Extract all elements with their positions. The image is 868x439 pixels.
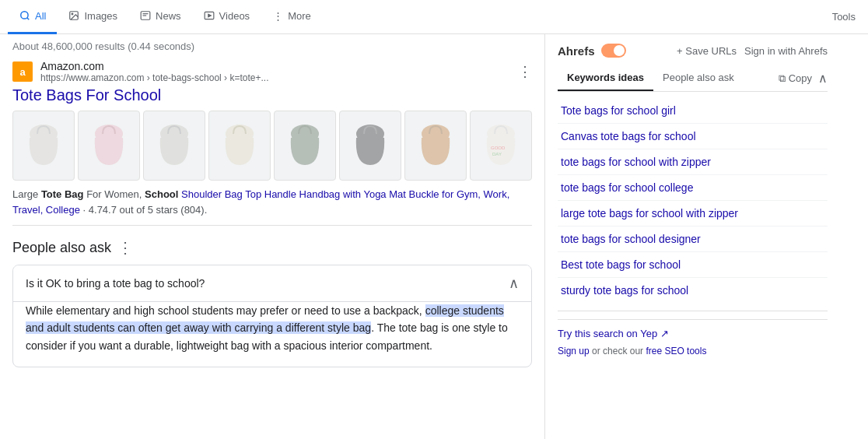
paa-chevron-icon: ∧ [509,275,519,292]
nav-images[interactable]: Images [57,0,128,34]
external-link-icon: ↗ [660,328,669,339]
free-seo-link[interactable]: free SEO tools [646,346,706,356]
keyword-item[interactable]: Canvas tote bags for school [558,124,828,149]
image-icon [68,9,80,22]
product-image-8[interactable]: GOOD DAY [470,111,532,181]
copy-label: Copy [789,72,812,84]
nav-more-label: More [288,10,311,22]
keyword-item[interactable]: Tote bags for school girl [558,98,828,124]
yep-text: Try this search on Yep [558,328,657,339]
signup-text: Sign up or check our free SEO tools [558,346,828,356]
ahrefs-header: Ahrefs + Save URLs Sign in with Ahrefs [558,44,828,58]
paa-title: People also ask [12,240,111,256]
svg-marker-8 [208,14,211,17]
ahrefs-actions: + Save URLs Sign in with Ahrefs [677,45,828,57]
tab-people-also-ask[interactable]: People also ask [653,65,744,91]
result-title[interactable]: Tote Bags For School [12,86,532,104]
product-image-3[interactable] [143,111,205,181]
product-images: GOOD DAY [12,111,532,181]
keyword-divider [558,311,828,311]
tab-keywords-ideas[interactable]: Keywords ideas [558,65,653,91]
ahrefs-toggle[interactable] [601,44,626,58]
product-image-2[interactable] [78,111,140,181]
product-image-5[interactable] [274,111,336,181]
svg-text:GOOD: GOOD [491,146,506,150]
keyword-item[interactable]: Best tote bags for school [558,252,828,278]
right-panel: Ahrefs + Save URLs Sign in with Ahrefs K… [544,34,840,439]
keyword-item[interactable]: tote bags for school with zipper [558,149,828,175]
ahrefs-sign-in[interactable]: Sign in with Ahrefs [744,45,828,57]
svg-point-0 [21,12,28,19]
ahrefs-save-urls[interactable]: + Save URLs [677,45,737,57]
nav-more[interactable]: ⋮ More [261,0,322,34]
collapse-button[interactable]: ∧ [818,71,828,86]
result-description: Large Tote Bag For Women, School Shoulde… [12,187,532,217]
bold-tote: Tote Bag [41,188,84,200]
highlighted-text: college students and adult students can … [26,304,504,334]
yep-link[interactable]: Try this search on Yep ↗ [558,319,828,339]
desc-link[interactable]: Shoulder Bag Top Handle Handbag with Yog… [12,188,509,216]
product-image-4[interactable] [208,111,271,181]
top-nav: All Images News Videos ⋮ More Tools [0,0,868,34]
dots-icon: ⋮ [271,9,284,22]
copy-button[interactable]: ⧉ Copy [772,69,818,88]
nav-all[interactable]: All [8,0,57,34]
product-image-7[interactable] [404,111,467,181]
product-image-6[interactable] [339,111,401,181]
news-icon [139,9,152,22]
source-more-button[interactable]: ⋮ [518,63,532,80]
signup-link[interactable]: Sign up [558,346,590,356]
nav-videos[interactable]: Videos [192,0,261,34]
source-name: Amazon.com [40,60,510,72]
paa-header: People also ask ⋮ [12,238,532,257]
search-icon [19,9,31,22]
paa-answer: While elementary and high school student… [13,301,531,367]
bold-school: School [145,188,178,200]
product-image-1[interactable] [12,111,75,181]
svg-line-1 [27,18,30,20]
nav-tools[interactable]: Tools [820,3,868,30]
source-logo: a [12,61,33,82]
keyword-item[interactable]: sturdy tote bags for school [558,278,828,303]
keyword-list: Tote bags for school girlCanvas tote bag… [558,98,828,303]
source-info: Amazon.com https://www.amazon.com › tote… [40,60,510,83]
video-icon [203,9,215,22]
left-content: About 48,600,000 results (0.44 seconds) … [0,34,544,439]
nav-news[interactable]: News [128,0,192,34]
divider [12,225,532,226]
keyword-item[interactable]: tote bags for school college [558,175,828,201]
people-also-ask: People also ask ⋮ Is it OK to bring a to… [12,238,532,367]
paa-item: Is it OK to bring a tote bag to school? … [12,265,532,367]
ahrefs-tabs: Keywords ideas People also ask ⧉ Copy ∧ [558,65,828,92]
source-url: https://www.amazon.com › tote-bags-schoo… [40,72,510,83]
paa-question[interactable]: Is it OK to bring a tote bag to school? … [13,265,531,301]
result-count: About 48,600,000 results (0.44 seconds) [12,40,532,52]
ahrefs-logo: Ahrefs [558,44,595,58]
nav-videos-label: Videos [219,10,250,22]
nav-tools-label: Tools [832,11,856,23]
nav-news-label: News [156,10,181,22]
keyword-item[interactable]: tote bags for school designer [558,227,828,252]
nav-images-label: Images [84,10,117,22]
paa-question-text: Is it OK to bring a tote bag to school? [26,277,205,290]
svg-text:DAY: DAY [492,152,502,156]
nav-all-label: All [35,10,46,22]
svg-point-3 [72,13,74,15]
result-source: a Amazon.com https://www.amazon.com › to… [12,60,532,83]
main-layout: About 48,600,000 results (0.44 seconds) … [0,34,868,439]
paa-menu-button[interactable]: ⋮ [117,238,133,257]
keyword-item[interactable]: large tote bags for school with zipper [558,201,828,227]
copy-icon: ⧉ [779,72,786,85]
